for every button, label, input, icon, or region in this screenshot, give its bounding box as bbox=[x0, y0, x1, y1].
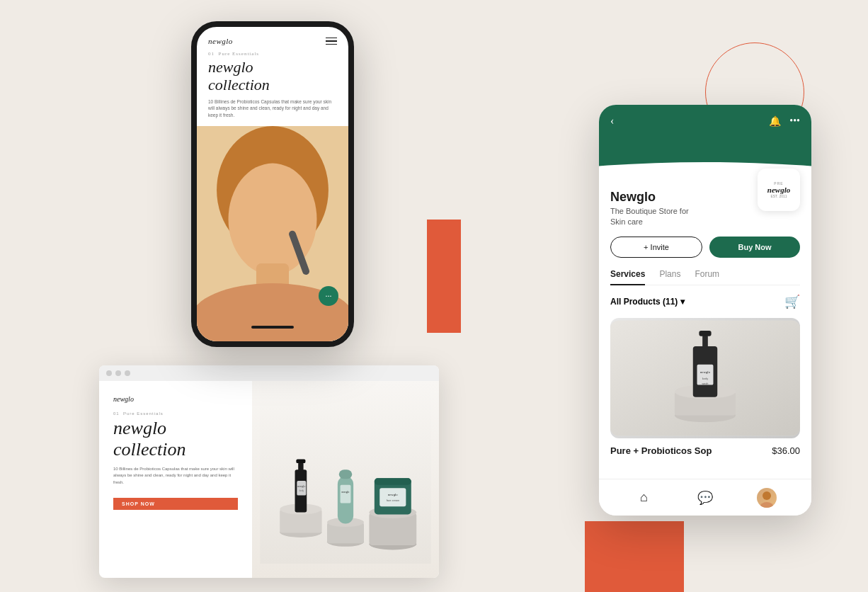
tab-plans[interactable]: Plans bbox=[659, 269, 680, 285]
titlebar-dot-1 bbox=[106, 370, 112, 376]
svg-text:wash: wash bbox=[702, 382, 709, 385]
product-image: newglo body wash bbox=[610, 318, 800, 438]
app-back-button[interactable]: ‹ bbox=[610, 115, 614, 127]
svg-text:body: body bbox=[299, 489, 304, 492]
titlebar-dot-3 bbox=[125, 370, 130, 376]
desktop-step: 01 Pure Essentials bbox=[113, 411, 238, 416]
product-name: Pure + Probioticos Sop bbox=[610, 445, 712, 456]
svg-text:newglo: newglo bbox=[388, 493, 398, 496]
svg-rect-26 bbox=[296, 459, 305, 463]
decorative-orange-bottom bbox=[585, 521, 684, 592]
phone-brand-logo: newglo bbox=[208, 37, 233, 45]
svg-rect-34 bbox=[339, 469, 353, 479]
phone-hero-image bbox=[197, 126, 348, 341]
phone-home-indicator bbox=[251, 326, 294, 329]
home-nav-icon: ⌂ bbox=[640, 490, 648, 505]
phone-mockup: newglo 01 Pure Essentials newglocollecti… bbox=[191, 21, 354, 347]
phone-collection-title: newglocollection bbox=[197, 58, 348, 98]
hamburger-menu-icon[interactable] bbox=[326, 38, 337, 45]
profile-avatar bbox=[757, 488, 777, 508]
buy-now-button[interactable]: Buy Now bbox=[709, 237, 800, 258]
decorative-orange-bar bbox=[427, 220, 461, 333]
shop-now-button[interactable]: SHOP NOW bbox=[113, 498, 238, 510]
app-logo-badge: PRE newglo EST. 2011 bbox=[758, 169, 800, 211]
nav-home-button[interactable]: ⌂ bbox=[631, 485, 656, 511]
svg-rect-13 bbox=[699, 331, 711, 336]
products-filter-dropdown[interactable]: All Products (11) ▾ bbox=[610, 297, 685, 307]
app-tabs: Services Plans Forum bbox=[610, 269, 800, 285]
nav-profile-button[interactable] bbox=[754, 485, 780, 511]
tab-services[interactable]: Services bbox=[610, 269, 645, 285]
invite-button[interactable]: + Invite bbox=[610, 237, 702, 258]
svg-text:face cream: face cream bbox=[387, 499, 399, 502]
svg-rect-42 bbox=[379, 488, 406, 506]
titlebar-dot-2 bbox=[115, 370, 121, 376]
product-price: $36.00 bbox=[772, 445, 800, 456]
svg-rect-25 bbox=[298, 462, 303, 472]
svg-rect-35 bbox=[341, 485, 351, 503]
app-brand-name: Newglo bbox=[610, 190, 689, 205]
tab-forum[interactable]: Forum bbox=[695, 269, 719, 285]
svg-rect-12 bbox=[702, 334, 708, 349]
more-options-icon[interactable]: ••• bbox=[789, 115, 800, 127]
cart-icon[interactable]: 🛒 bbox=[784, 294, 800, 309]
svg-text:body: body bbox=[702, 377, 708, 380]
phone-step: 01 Pure Essentials bbox=[197, 51, 348, 58]
desktop-product-display: newglo body newglo bbox=[252, 381, 439, 578]
desktop-brand-logo: newglo bbox=[113, 395, 238, 403]
svg-point-18 bbox=[763, 491, 771, 500]
svg-point-19 bbox=[760, 502, 774, 508]
svg-text:newglo: newglo bbox=[700, 370, 711, 374]
bottom-navigation: ⌂ 💬 bbox=[599, 479, 811, 516]
mobile-app-mockup: ‹ 🔔 ••• Newglo The Boutique Store for Sk… bbox=[599, 105, 811, 516]
phone-fab-button[interactable]: ··· bbox=[319, 286, 338, 306]
nav-chat-button[interactable]: 💬 bbox=[692, 485, 718, 511]
desktop-mockup: newglo 01 Pure Essentials newglocollecti… bbox=[99, 365, 439, 578]
svg-rect-41 bbox=[375, 478, 411, 484]
svg-text:newglo: newglo bbox=[297, 485, 305, 488]
chat-nav-icon: 💬 bbox=[697, 490, 713, 506]
app-brand-subtitle: The Boutique Store for Skin care bbox=[610, 206, 689, 228]
desktop-description: 10 Billines de Probioticos Capsulas that… bbox=[113, 466, 238, 486]
notification-bell-icon[interactable]: 🔔 bbox=[769, 115, 781, 127]
desktop-collection-title: newglocollection bbox=[113, 418, 238, 460]
phone-description: 10 Billines de Probioticos Capsulas that… bbox=[197, 98, 348, 126]
svg-text:newglo: newglo bbox=[342, 491, 350, 494]
